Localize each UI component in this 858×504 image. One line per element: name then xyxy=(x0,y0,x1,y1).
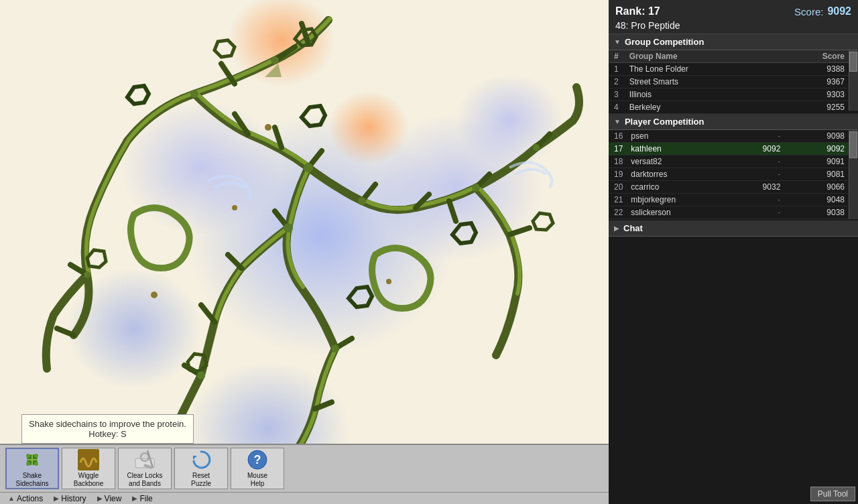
group-row: 4 Berkeley 9255 xyxy=(609,101,858,114)
player-name: mbjorkegren xyxy=(625,194,729,206)
toolbar-buttons: ShakeSidechains WiggleBackbone xyxy=(0,445,609,492)
group-col-rank: # xyxy=(609,50,624,63)
group-rank: 2 xyxy=(609,76,624,88)
clear-locks-button[interactable]: Clear Locksand Bands xyxy=(118,448,172,489)
shake-icon xyxy=(20,449,44,470)
wiggle-label: WiggleBackbone xyxy=(74,472,103,488)
player-rank: 19 xyxy=(609,168,625,181)
group-name: Street Smarts xyxy=(624,76,770,88)
right-panel: Rank: 17 Score: 9092 48: Pro Peptide ▼ G… xyxy=(609,0,858,504)
player-competition-table-wrapper: 16 psen - 9098 17 kathleen 9092 9092 18 … xyxy=(609,130,858,219)
player-my-score: 9092 xyxy=(729,143,786,155)
svg-text:?: ? xyxy=(254,453,261,466)
svg-point-40 xyxy=(472,184,480,192)
group-scroll-thumb[interactable] xyxy=(849,52,857,72)
player-row: 19 darktorres - 9081 xyxy=(609,168,858,181)
group-rank: 1 xyxy=(609,63,624,76)
rp-header: Rank: 17 Score: 9092 48: Pro Peptide xyxy=(609,0,858,34)
group-comp-title: Group Competition xyxy=(625,37,704,47)
puzzle-name: 48: Pro Peptide xyxy=(615,20,851,31)
player-rank: 22 xyxy=(609,206,625,219)
player-name: ccarrico xyxy=(625,181,729,194)
group-comp-arrow: ▼ xyxy=(614,38,621,46)
svg-point-51 xyxy=(265,124,271,131)
group-rank: 3 xyxy=(609,88,624,101)
player-score: 9098 xyxy=(786,130,858,143)
player-competition-header[interactable]: ▼ Player Competition xyxy=(609,114,858,130)
svg-point-54 xyxy=(151,292,158,298)
protein-visualization xyxy=(0,0,609,504)
mouse-help-button[interactable]: ? MouseHelp xyxy=(231,448,284,489)
player-name: darktorres xyxy=(625,168,729,181)
help-label: MouseHelp xyxy=(247,472,267,488)
player-score: 9038 xyxy=(786,206,858,219)
player-my-score: - xyxy=(729,155,786,168)
svg-point-58 xyxy=(26,462,30,466)
svg-point-36 xyxy=(190,90,198,98)
chat-arrow: ▶ xyxy=(614,225,619,232)
reset-puzzle-button[interactable]: ResetPuzzle xyxy=(174,448,228,489)
svg-point-59 xyxy=(34,462,38,466)
file-menu[interactable]: ▶ File xyxy=(127,493,158,504)
player-my-score: 9032 xyxy=(729,181,786,194)
shake-sidechains-button[interactable]: ShakeSidechains xyxy=(5,448,59,489)
svg-point-39 xyxy=(358,197,366,205)
pull-tool-button[interactable]: Pull Tool xyxy=(810,487,855,501)
svg-point-53 xyxy=(386,279,391,284)
group-row: 2 Street Smarts 9367 xyxy=(609,76,858,88)
wiggle-icon xyxy=(76,449,101,470)
svg-marker-66 xyxy=(193,456,197,460)
group-competition-table-wrapper: # Group Name Score 1 The Lone Folder 938… xyxy=(609,50,858,114)
player-name: versat82 xyxy=(625,155,729,168)
reset-label: ResetPuzzle xyxy=(191,472,211,488)
player-comp-title: Player Competition xyxy=(625,117,704,127)
bottom-toolbar: ShakeSidechains WiggleBackbone xyxy=(0,444,609,504)
shake-label: ShakeSidechains xyxy=(16,472,49,488)
view-menu[interactable]: ▶ View xyxy=(92,493,127,504)
svg-point-45 xyxy=(84,271,90,278)
help-icon: ? xyxy=(245,449,269,470)
wiggle-backbone-button[interactable]: WiggleBackbone xyxy=(62,448,115,489)
group-competition-table: # Group Name Score 1 The Lone Folder 938… xyxy=(609,50,858,114)
svg-point-43 xyxy=(197,371,205,379)
group-col-score: Score xyxy=(769,50,858,63)
chat-header[interactable]: ▶ Chat xyxy=(609,220,858,237)
player-my-score: - xyxy=(729,168,786,181)
player-my-score: - xyxy=(729,194,786,206)
group-name: Illinois xyxy=(624,88,770,101)
player-rank: 18 xyxy=(609,155,625,168)
svg-point-44 xyxy=(533,144,540,151)
group-row: 1 The Lone Folder 9388 xyxy=(609,63,858,76)
player-score: 9066 xyxy=(786,181,858,194)
svg-point-8 xyxy=(456,74,563,168)
player-rank: 17 xyxy=(609,143,625,155)
protein-view: Shake sidechains to improve the protein.… xyxy=(0,0,609,504)
player-rank: 16 xyxy=(609,130,625,143)
player-scroll-thumb[interactable] xyxy=(849,131,857,158)
rank-score-row: Rank: 17 Score: 9092 xyxy=(615,5,851,17)
group-scrollbar[interactable] xyxy=(849,50,858,111)
svg-point-38 xyxy=(304,163,313,172)
history-label: History xyxy=(61,494,86,503)
player-score: 9081 xyxy=(786,168,858,181)
player-rank: 21 xyxy=(609,194,625,206)
group-rank: 4 xyxy=(609,101,624,114)
player-row: 22 sslickerson - 9038 xyxy=(609,206,858,219)
rank-display: Rank: 17 xyxy=(615,5,660,17)
player-row: 17 kathleen 9092 9092 xyxy=(609,143,858,155)
group-score: 9367 xyxy=(769,76,858,88)
svg-point-52 xyxy=(232,205,237,210)
player-my-score: - xyxy=(729,130,786,143)
history-menu[interactable]: ▶ History xyxy=(48,493,91,504)
score-value: 9092 xyxy=(827,5,851,17)
group-competition-header[interactable]: ▼ Group Competition xyxy=(609,34,858,50)
player-scrollbar[interactable] xyxy=(849,130,858,219)
player-name: sslickerson xyxy=(625,206,729,219)
svg-point-42 xyxy=(331,344,339,353)
group-score: 9388 xyxy=(769,63,858,76)
actions-menu[interactable]: ▲ Actions xyxy=(3,493,48,504)
svg-point-37 xyxy=(271,56,279,64)
player-comp-arrow: ▼ xyxy=(614,118,621,125)
player-score: 9091 xyxy=(786,155,858,168)
group-name: Berkeley xyxy=(624,101,770,114)
